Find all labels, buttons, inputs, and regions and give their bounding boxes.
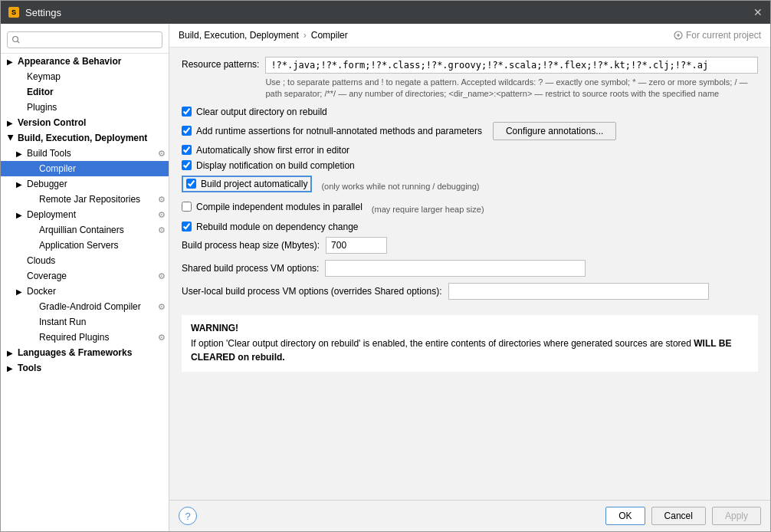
- settings-window: S Settings ✕ ▶ Appearance & Behavior Key…: [0, 0, 771, 532]
- arrow-icon: ▶: [16, 287, 24, 296]
- user-local-vm-input[interactable]: [448, 283, 709, 300]
- build-automatically-label: Build project automatically: [201, 179, 307, 189]
- breadcrumb-path1: Build, Execution, Deployment: [179, 30, 299, 41]
- sidebar-item-label: Docker: [27, 286, 56, 297]
- sidebar-item-remote-jar[interactable]: Remote Jar Repositories ⚙: [1, 192, 169, 207]
- breadcrumb-current: Compiler: [311, 30, 348, 41]
- shared-vm-input[interactable]: [325, 260, 586, 277]
- arrow-icon: ▶: [7, 57, 15, 66]
- sidebar-item-label: Version Control: [18, 117, 86, 128]
- arrow-icon: ▶: [7, 364, 15, 373]
- clear-output-checkbox[interactable]: [182, 107, 192, 117]
- gear-icon: ⚙: [158, 302, 166, 312]
- sidebar-item-version-control[interactable]: ▶ Version Control: [1, 115, 169, 130]
- footer: ? OK Cancel Apply: [169, 500, 770, 531]
- compile-parallel-row: Compile independent modules in parallel: [182, 202, 363, 212]
- gear-icon: ⚙: [158, 149, 166, 159]
- sidebar-item-label: Appearance & Behavior: [18, 56, 121, 67]
- build-automatically-note: (only works while not running / debuggin…: [321, 182, 479, 191]
- sidebar-item-languages[interactable]: ▶ Languages & Frameworks: [1, 345, 169, 360]
- arrow-icon: ▶: [7, 119, 15, 127]
- sidebar-item-app-servers[interactable]: Application Servers: [1, 238, 169, 253]
- sidebar-item-debugger[interactable]: ▶ Debugger: [1, 176, 169, 192]
- sidebar-item-appearance[interactable]: ▶ Appearance & Behavior: [1, 54, 169, 69]
- arrow-icon: ▶: [16, 149, 24, 158]
- sidebar-item-build-tools[interactable]: ▶ Build Tools ⚙: [1, 146, 169, 161]
- breadcrumb: Build, Execution, Deployment › Compiler …: [169, 24, 770, 48]
- arrow-icon: ▶: [16, 211, 24, 219]
- gear-icon: ⚙: [158, 271, 166, 281]
- sidebar-item-label: Arquillian Containers: [39, 225, 124, 235]
- window-title: Settings: [25, 7, 61, 18]
- spacer: [28, 303, 36, 311]
- sidebar-item-docker[interactable]: ▶ Docker: [1, 284, 169, 299]
- add-assertions-label: Add runtime assertions for notnull-annot…: [196, 126, 482, 136]
- gear-icon: ⚙: [158, 333, 166, 343]
- compile-parallel-checkbox[interactable]: [182, 202, 192, 212]
- compile-parallel-note: (may require larger heap size): [372, 205, 484, 214]
- sidebar-item-label: Tools: [18, 363, 41, 373]
- heap-size-input[interactable]: [326, 237, 387, 254]
- add-assertions-checkbox[interactable]: [182, 126, 192, 136]
- cancel-button[interactable]: Cancel: [651, 507, 706, 525]
- app-icon: S: [8, 7, 19, 18]
- warning-section: WARNING! If option 'Clear output directo…: [182, 315, 758, 372]
- build-automatically-row: Build project automatically: [182, 176, 312, 192]
- spacer: [28, 241, 36, 250]
- resource-patterns-input[interactable]: [265, 57, 758, 74]
- shared-vm-label: Shared build process VM options:: [182, 263, 319, 274]
- sidebar-item-gradle-android[interactable]: Gradle-Android Compiler ⚙: [1, 299, 169, 314]
- display-notification-checkbox[interactable]: [182, 160, 192, 170]
- rebuild-module-row: Rebuild module on dependency change: [182, 222, 758, 232]
- heap-size-row: Build process heap size (Mbytes):: [182, 237, 758, 254]
- sidebar-item-instant-run[interactable]: Instant Run: [1, 314, 169, 330]
- sidebar-item-label: Plugins: [27, 102, 57, 113]
- sidebar-item-label: Build, Execution, Deployment: [18, 133, 147, 143]
- user-local-vm-row: User-local build process VM options (ove…: [182, 283, 758, 300]
- sidebar-item-keymap[interactable]: Keymap: [1, 69, 169, 84]
- spacer: [28, 333, 36, 342]
- configure-annotations-button[interactable]: Configure annotations...: [493, 122, 616, 140]
- sidebar-item-arquillian[interactable]: Arquillian Containers ⚙: [1, 222, 169, 238]
- sidebar-item-deployment[interactable]: ▶ Deployment ⚙: [1, 207, 169, 222]
- search-box: [1, 27, 169, 54]
- spacer: [28, 318, 36, 327]
- apply-button[interactable]: Apply: [712, 507, 761, 525]
- settings-icon: [674, 31, 683, 40]
- sidebar: ▶ Appearance & Behavior Keymap Editor Pl…: [1, 24, 169, 531]
- ok-button[interactable]: OK: [605, 507, 645, 525]
- sidebar-item-tools[interactable]: ▶ Tools: [1, 360, 169, 376]
- resource-hint: Use ; to separate patterns and ! to nega…: [265, 77, 758, 100]
- sidebar-item-label: Required Plugins: [39, 332, 109, 343]
- build-automatically-checkbox[interactable]: [186, 179, 196, 189]
- sidebar-item-editor[interactable]: Editor: [1, 84, 169, 100]
- show-first-error-checkbox[interactable]: [182, 145, 192, 155]
- rebuild-module-checkbox[interactable]: [182, 222, 192, 232]
- clear-output-row: Clear output directory on rebuild: [182, 107, 758, 117]
- arrow-icon: ▶: [7, 349, 15, 357]
- resource-patterns-label: Resource patterns:: [182, 57, 259, 70]
- close-button[interactable]: ✕: [753, 6, 763, 18]
- sidebar-item-label: Coverage: [27, 271, 67, 281]
- sidebar-item-label: Build Tools: [27, 148, 71, 159]
- spacer: [16, 272, 24, 281]
- sidebar-item-coverage[interactable]: Coverage ⚙: [1, 268, 169, 284]
- compile-parallel-label: Compile independent modules in parallel: [196, 202, 363, 212]
- sidebar-item-label: Compiler: [39, 163, 76, 174]
- breadcrumb-separator: ›: [303, 30, 307, 41]
- spacer: [28, 195, 36, 204]
- sidebar-item-label: Debugger: [27, 179, 67, 189]
- user-local-vm-label: User-local build process VM options (ove…: [182, 286, 442, 297]
- help-button[interactable]: ?: [179, 507, 197, 525]
- show-first-error-label: Automatically show first error in editor: [196, 145, 349, 156]
- sidebar-item-build-exec[interactable]: ▶ Build, Execution, Deployment: [1, 130, 169, 146]
- sidebar-item-required-plugins[interactable]: Required Plugins ⚙: [1, 330, 169, 345]
- heap-size-label: Build process heap size (Mbytes):: [182, 240, 320, 251]
- sidebar-item-plugins[interactable]: Plugins: [1, 100, 169, 115]
- breadcrumb-project: For current project: [674, 30, 761, 41]
- rebuild-module-label: Rebuild module on dependency change: [196, 222, 359, 232]
- sidebar-item-compiler[interactable]: Compiler: [1, 161, 169, 176]
- sidebar-item-clouds[interactable]: Clouds: [1, 253, 169, 268]
- search-input[interactable]: [7, 31, 162, 48]
- resource-patterns-row: Resource patterns: Use ; to separate pat…: [182, 57, 758, 100]
